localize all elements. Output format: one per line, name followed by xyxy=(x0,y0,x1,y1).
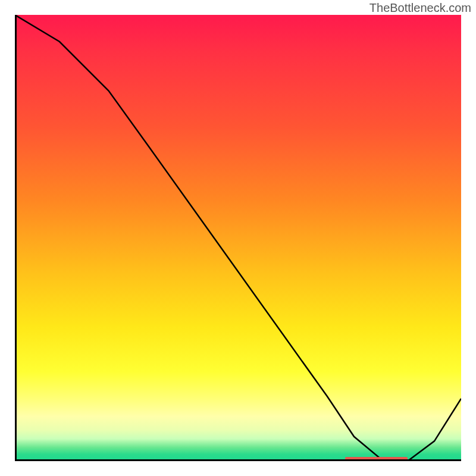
watermark-text: TheBottleneck.com xyxy=(369,1,471,15)
chart-curve-svg xyxy=(15,15,461,461)
chart-plot-area xyxy=(15,15,461,461)
bottleneck-curve-path xyxy=(15,15,461,461)
min-zone-bar xyxy=(345,457,408,461)
